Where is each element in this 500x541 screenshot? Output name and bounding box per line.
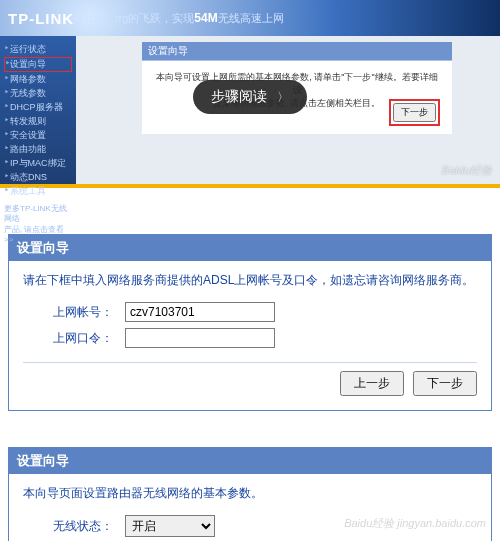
next-button[interactable]: 下一步	[393, 103, 436, 122]
watermark: Baidu经验 jingyan.baidu.com	[344, 516, 486, 531]
sidebar-item-wizard[interactable]: 设置向导	[4, 57, 72, 72]
sidebar-item-ipmac[interactable]: IP与MAC绑定	[4, 157, 72, 170]
panel-title: 设置向导	[142, 42, 452, 60]
header-banner: rrb rrg的飞跃，实现54M无线高速上网	[86, 11, 284, 26]
sidebar-item-routing[interactable]: 路由功能	[4, 143, 72, 156]
password-input[interactable]	[125, 328, 275, 348]
sidebar-footer: 更多TP-LINK无线网络 产品, 请点击查看 >>	[4, 204, 72, 246]
wireless-state-label: 无线状态：	[23, 518, 113, 535]
router-admin-screenshot: TP-LINK rrb rrg的飞跃，实现54M无线高速上网 运行状态 设置向导…	[0, 0, 500, 188]
sidebar-item-status[interactable]: 运行状态	[4, 43, 72, 56]
next-button[interactable]: 下一步	[413, 371, 477, 396]
wireless-hint: 本向导页面设置路由器无线网络的基本参数。	[23, 484, 477, 503]
tplink-logo: TP-LINK	[8, 11, 74, 26]
sidebar-item-security[interactable]: 安全设置	[4, 129, 72, 142]
sidebar-item-network[interactable]: 网络参数	[4, 73, 72, 86]
account-label: 上网帐号：	[23, 304, 113, 321]
sidebar-item-wireless[interactable]: 无线参数	[4, 87, 72, 100]
next-highlight: 下一步	[389, 99, 440, 126]
header: TP-LINK rrb rrg的飞跃，实现54M无线高速上网	[0, 0, 500, 36]
sidebar-item-dhcp[interactable]: DHCP服务器	[4, 101, 72, 114]
account-input[interactable]	[125, 302, 275, 322]
sidebar-item-ddns[interactable]: 动态DNS	[4, 171, 72, 184]
step-read-overlay[interactable]: 步骤阅读 〉	[193, 80, 307, 114]
sidebar: 运行状态 设置向导 网络参数 无线参数 DHCP服务器 转发规则 安全设置 路由…	[0, 36, 76, 184]
wireless-state-select[interactable]: 开启	[125, 515, 215, 537]
button-row: 上一步 下一步	[23, 362, 477, 396]
chevron-right-icon: 〉	[277, 89, 289, 106]
panel-title: 设置向导	[9, 448, 491, 474]
prev-button[interactable]: 上一步	[340, 371, 404, 396]
sidebar-item-system[interactable]: 系统工具	[4, 185, 72, 198]
watermark: Baidu经验	[442, 163, 492, 178]
password-label: 上网口令：	[23, 330, 113, 347]
sidebar-item-forward[interactable]: 转发规则	[4, 115, 72, 128]
panel-title: 设置向导	[9, 235, 491, 261]
wizard-adsl-panel: 设置向导 请在下框中填入网络服务商提供的ADSL上网帐号及口令，如遗忘请咨询网络…	[8, 234, 492, 411]
overlay-label: 步骤阅读	[211, 88, 267, 106]
adsl-hint: 请在下框中填入网络服务商提供的ADSL上网帐号及口令，如遗忘请咨询网络服务商。	[23, 271, 477, 290]
